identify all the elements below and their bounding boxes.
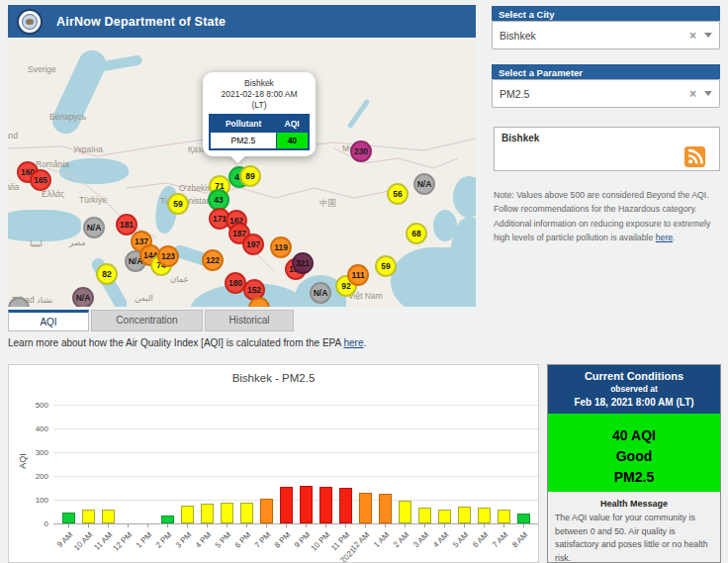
note-here-link[interactable]: here <box>656 233 673 242</box>
x-axis-tickmark <box>464 523 465 527</box>
aqi-bar[interactable] <box>418 508 431 523</box>
aqi-marker[interactable]: 197 <box>242 234 264 255</box>
x-axis-tickmark <box>345 523 346 527</box>
x-axis-tickmark <box>286 523 287 527</box>
aqi-bar[interactable] <box>438 510 451 523</box>
aqi-bar[interactable] <box>319 487 332 523</box>
aqi-bar[interactable] <box>399 501 411 523</box>
aqi-bar[interactable] <box>62 513 75 523</box>
chart-gridline <box>53 476 538 477</box>
aqi-bar[interactable] <box>339 488 352 523</box>
aqi-bar[interactable] <box>161 516 174 523</box>
aqi-bar[interactable] <box>359 493 372 523</box>
x-axis-tickmark <box>246 523 247 527</box>
aqi-bar[interactable] <box>300 486 313 523</box>
chart-gridline <box>53 523 538 524</box>
aqi-marker[interactable]: 123 <box>157 245 179 267</box>
aqi-bar[interactable] <box>181 506 194 523</box>
aqi-bar[interactable] <box>478 508 491 523</box>
dos-seal-icon <box>17 9 43 35</box>
current-conditions-title: Current Conditions <box>550 370 718 382</box>
learn-here-link[interactable]: here <box>343 337 363 348</box>
aqi-bar[interactable] <box>82 510 95 523</box>
y-axis-tick: 500 <box>23 401 48 410</box>
chevron-down-icon[interactable] <box>704 91 712 96</box>
popup-pollutant-value: PM2.5 <box>210 133 276 150</box>
city-select[interactable]: Bishkek × <box>492 21 720 49</box>
clear-icon[interactable]: × <box>689 29 696 43</box>
x-axis-tickmark <box>187 523 188 527</box>
tab-aqi[interactable]: AQI <box>8 310 89 331</box>
health-message-body: The AQI value for your community is betw… <box>548 509 720 563</box>
y-axis-tick: 100 <box>23 496 48 505</box>
popup-aqi-value: 40 <box>276 133 309 150</box>
eagle-icon <box>26 19 34 25</box>
feed-box: Bishkek <box>494 127 720 171</box>
aqi-bar-chart: Bishkek - PM2.5 AQI 01002003004005009 AM… <box>8 364 539 563</box>
aqi-map[interactable]: SverigelandБеларусьУкраїнаRomâniataliaΕλ… <box>8 40 476 307</box>
chart-gridline <box>53 428 538 429</box>
x-axis-tickmark <box>227 523 228 527</box>
map-label: ليبيا <box>30 238 43 248</box>
aqi-marker[interactable]: 119 <box>270 236 292 258</box>
aqi-bar[interactable] <box>498 510 510 523</box>
x-axis-tickmark <box>405 523 406 527</box>
aqi-marker[interactable]: 122 <box>202 249 224 271</box>
learn-text: Learn more about how the Air Quality Ind… <box>8 337 343 348</box>
chart-title: Bishkek - PM2.5 <box>9 372 538 384</box>
current-aqi-block: 40 AQI Good PM2.5 <box>548 414 720 492</box>
x-axis-tickmark <box>365 523 366 527</box>
map-label: 中国 <box>319 198 336 210</box>
aqi-marker[interactable]: 165 <box>30 169 51 191</box>
chevron-down-icon[interactable] <box>704 33 712 38</box>
aqi-marker[interactable]: 89 <box>239 165 261 187</box>
x-axis-tickmark <box>503 523 504 527</box>
app-title: AirNow Department of State <box>56 15 226 29</box>
x-axis-tickmark <box>424 523 425 527</box>
aqi-bar[interactable] <box>260 499 273 523</box>
x-axis-tickmark <box>147 523 148 527</box>
aqi-marker[interactable]: 230 <box>350 141 372 162</box>
aqi-marker[interactable]: 59 <box>375 255 397 277</box>
aqi-marker[interactable]: 111 <box>347 264 369 286</box>
aqi-marker[interactable]: N/A <box>413 173 435 195</box>
popup-pollutant-header: Pollutant <box>210 115 276 133</box>
x-axis-tickmark <box>306 523 307 527</box>
aqi-bar[interactable] <box>240 503 253 523</box>
aqi-bar[interactable] <box>379 494 392 523</box>
aqi-marker[interactable]: 56 <box>387 183 409 205</box>
x-axis-tickmark <box>128 523 129 527</box>
aqi-bar[interactable] <box>102 510 115 523</box>
aqi-bar[interactable] <box>221 503 233 523</box>
tab-historical[interactable]: Historical <box>205 310 294 331</box>
aqi-bar[interactable] <box>517 514 530 523</box>
aqi-marker[interactable]: 59 <box>167 193 189 215</box>
rss-icon[interactable] <box>684 146 705 167</box>
aqi-marker[interactable]: N/A <box>83 217 105 238</box>
map-popup: Bishkek 2021-02-18 8:00 AM (LT) Pollutan… <box>203 72 316 156</box>
aqi-bar[interactable] <box>201 504 214 523</box>
current-pollutant: PM2.5 <box>548 467 720 488</box>
aqi-marker[interactable]: 68 <box>406 223 427 244</box>
clear-icon[interactable]: × <box>689 87 696 101</box>
feed-city-label: Bishkek <box>501 133 539 143</box>
aqi-bar[interactable] <box>280 487 293 523</box>
x-axis-tickmark <box>266 523 267 527</box>
tab-concentration[interactable]: Concentration <box>91 310 203 331</box>
aqi-marker[interactable]: N/A <box>310 282 331 304</box>
parameter-select-panel: Select a Parameter PM2.5 × <box>492 64 720 108</box>
aqi-marker[interactable]: 82 <box>96 263 118 285</box>
city-select-header: Select a City <box>492 6 720 21</box>
parameter-select[interactable]: PM2.5 × <box>492 79 720 108</box>
page: AirNow Department of State SverigelandБе… <box>0 0 728 563</box>
y-axis-tick: 400 <box>23 424 48 433</box>
x-axis-tickmark <box>523 523 524 527</box>
y-axis-tick: 300 <box>23 448 48 457</box>
aqi-marker[interactable]: 321 <box>292 252 314 274</box>
current-aqi-value: 40 AQI <box>548 425 720 446</box>
app-header: AirNow Department of State <box>8 5 476 38</box>
aqi-marker[interactable]: N/A <box>72 287 94 307</box>
note-text-end: . <box>673 233 675 242</box>
aqi-bar[interactable] <box>458 507 471 523</box>
popup-city: Bishkek <box>209 78 310 89</box>
